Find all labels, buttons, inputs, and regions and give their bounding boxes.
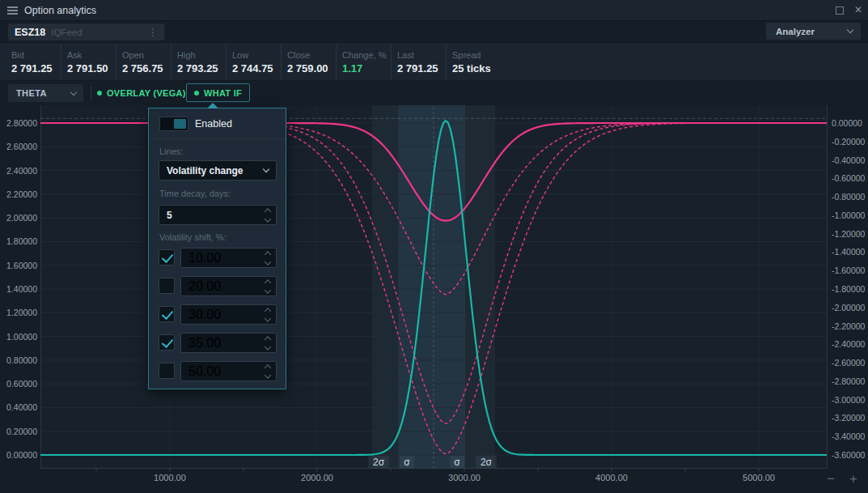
y-axis-left-tick: 0.00000: [0, 450, 37, 460]
quote-cell-spread: Spread25 ticks: [446, 45, 501, 80]
y-axis-right-tick: -2.60000: [832, 358, 865, 368]
vol-shift-input[interactable]: 10.00: [180, 248, 277, 268]
quote-cell-close: Close2 759.00: [281, 45, 336, 80]
quote-label: Ask: [67, 50, 116, 60]
y-axis-left-tick: 1.40000: [0, 284, 37, 294]
status-dot-icon: [194, 91, 199, 96]
stepper-arrows-icon[interactable]: [265, 209, 270, 221]
y-axis-right-tick: -0.20000: [832, 137, 865, 147]
vol-shift-input[interactable]: 35.00: [180, 333, 277, 353]
window-title: Option analytics: [24, 5, 96, 16]
option-analytics-window: Option analytics ✕ ESZ18 IQFeed ⋮ Analyz…: [0, 0, 868, 493]
vol-shift-checkbox[interactable]: [159, 334, 175, 351]
vol-shift-value: 50.00: [188, 364, 221, 379]
close-icon[interactable]: ✕: [854, 4, 862, 15]
y-axis-right-tick: -0.80000: [832, 192, 865, 202]
vol-shift-checkbox[interactable]: [159, 278, 175, 294]
vol-shift-input[interactable]: 50.00: [180, 361, 277, 381]
quote-cell-low: Low2 744.75: [226, 45, 281, 80]
stepper-arrows-icon[interactable]: [265, 337, 270, 349]
quote-value: 2 791.25: [397, 62, 446, 74]
vol-shift-checkbox[interactable]: [159, 306, 175, 322]
toggle-knob: [174, 119, 186, 129]
y-axis-right-tick: -2.80000: [832, 376, 865, 386]
toolbar-divider: [91, 86, 91, 101]
whatif-button-label: WHAT IF: [204, 88, 242, 98]
lines-dropdown[interactable]: Volatility change: [159, 160, 277, 181]
zoom-out-button[interactable]: −: [820, 471, 841, 487]
quote-value: 2 756.75: [122, 62, 171, 74]
y-axis-right-tick: -0.60000: [832, 173, 865, 183]
time-decay-value: 5: [167, 210, 172, 221]
menu-icon[interactable]: [7, 6, 18, 15]
quote-value: 2 793.25: [177, 62, 226, 74]
overlay-button-label: OVERLAY (VEGA): [107, 88, 186, 98]
vol-shift-value: 30.00: [188, 308, 221, 322]
stepper-arrows-icon[interactable]: [265, 308, 270, 321]
quote-label: Low: [232, 50, 281, 60]
what-if-button[interactable]: WHAT IF: [186, 83, 250, 102]
vol-shift-input[interactable]: 20.00: [180, 276, 277, 296]
quote-label: Change, %: [342, 50, 391, 60]
stepper-arrows-icon[interactable]: [265, 365, 270, 377]
y-axis-left-tick: 2.40000: [0, 166, 37, 176]
vol-shift-label: Volatility shift, %:: [159, 232, 227, 242]
vol-shift-input[interactable]: 30.00: [180, 304, 277, 325]
zoom-in-button[interactable]: +: [843, 471, 864, 487]
greek-selector-label: THETA: [16, 88, 47, 98]
y-axis-right-tick: -2.20000: [832, 321, 865, 331]
symbol-menu-icon[interactable]: ⋮: [148, 27, 158, 38]
chevron-down-icon: [70, 88, 77, 95]
time-decay-input[interactable]: 5: [159, 205, 277, 225]
quote-label: Open: [122, 50, 171, 60]
vol-shift-value: 10.00: [188, 251, 221, 266]
symbol-selector[interactable]: ESZ18 IQFeed ⋮: [8, 23, 164, 40]
y-axis-right-tick: -0.40000: [832, 155, 865, 165]
vol-shift-checkbox[interactable]: [159, 249, 175, 266]
quote-cell-bid: Bid2 791.25: [11, 45, 61, 80]
quote-value: 1.17: [342, 62, 391, 74]
quote-value: 2 744.75: [232, 62, 281, 74]
vol-shift-checkbox[interactable]: [159, 363, 175, 379]
sigma-label: 2σ: [373, 457, 385, 468]
quote-cell-ask: Ask2 791.50: [61, 45, 116, 80]
overlay-vega-button[interactable]: OVERLAY (VEGA): [97, 84, 186, 102]
maximize-icon[interactable]: [836, 6, 844, 15]
quote-cell-open: Open2 756.75: [116, 45, 171, 80]
quote-label: Bid: [11, 50, 61, 60]
analyzer-dropdown[interactable]: Analyzer: [766, 23, 861, 40]
enabled-toggle[interactable]: [159, 117, 188, 131]
quote-cell-last: Last2 791.25: [391, 45, 446, 80]
y-axis-right-tick: -1.60000: [832, 266, 865, 275]
sigma-label: 2σ: [481, 457, 493, 468]
y-axis-left-tick: 0.80000: [0, 355, 37, 365]
chevron-down-icon: [847, 27, 853, 33]
y-axis-right-tick: -2.00000: [832, 303, 865, 312]
stepper-arrows-icon[interactable]: [265, 280, 270, 292]
quote-label: Close: [287, 50, 336, 60]
title-bar: Option analytics ✕: [0, 0, 868, 21]
symbol-feed: IQFeed: [51, 28, 82, 37]
status-dot-icon: [97, 91, 102, 96]
y-axis-right-tick: -1.00000: [832, 210, 865, 220]
y-axis-left-tick: 2.80000: [0, 118, 37, 128]
y-axis-left-tick: 1.20000: [0, 308, 37, 317]
y-axis-right-tick: -2.40000: [832, 339, 865, 349]
quote-cell-high: High2 793.25: [171, 45, 226, 80]
sigma-label: σ: [404, 457, 410, 468]
panel-pointer-icon: [207, 103, 218, 108]
vol-shift-value: 35.00: [188, 336, 221, 351]
what-if-panel: Enabled Lines: Volatility change Time de…: [148, 108, 286, 389]
y-axis-left-tick: 0.20000: [0, 427, 37, 436]
vol-shift-row: 35.00: [149, 333, 286, 353]
greek-selector-dropdown[interactable]: THETA: [8, 84, 83, 102]
stepper-arrows-icon[interactable]: [265, 252, 270, 264]
quote-label: Spread: [452, 50, 501, 60]
y-axis-right-tick: -1.40000: [832, 247, 865, 257]
sigma-label: σ: [454, 457, 460, 468]
enabled-label: Enabled: [195, 118, 232, 130]
vol-shift-row: 10.00: [149, 248, 286, 268]
y-axis-left-tick: 0.40000: [0, 402, 37, 412]
y-axis-right-tick: -3.20000: [832, 413, 865, 423]
chevron-down-icon: [263, 166, 269, 172]
